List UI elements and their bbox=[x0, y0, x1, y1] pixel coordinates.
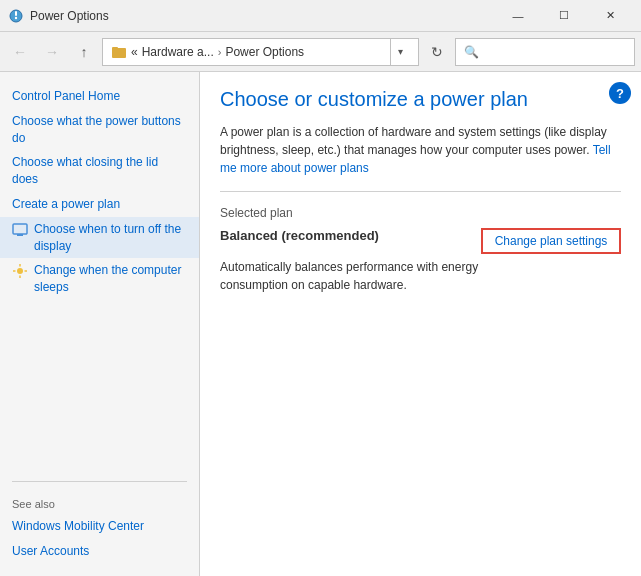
breadcrumb-sep: › bbox=[218, 46, 222, 58]
title-bar: Power Options — ☐ ✕ bbox=[0, 0, 641, 32]
svg-point-2 bbox=[15, 16, 17, 18]
refresh-button[interactable]: ↻ bbox=[423, 38, 451, 66]
close-button[interactable]: ✕ bbox=[587, 0, 633, 32]
selected-plan-label: Selected plan bbox=[220, 206, 621, 220]
sidebar-item-label: Choose when to turn off the display bbox=[34, 221, 187, 255]
sidebar-item-create-plan[interactable]: Create a power plan bbox=[0, 192, 199, 217]
up-button[interactable]: ↑ bbox=[70, 38, 98, 66]
sidebar-item-mobility-center[interactable]: Windows Mobility Center bbox=[0, 514, 199, 539]
sidebar-item-power-buttons[interactable]: Choose what the power buttons do bbox=[0, 109, 199, 151]
plan-row: Balanced (recommended) Change plan setti… bbox=[220, 228, 621, 254]
main-layout: Control Panel Home Choose what the power… bbox=[0, 72, 641, 576]
monitor-icon bbox=[12, 222, 28, 238]
sidebar-divider bbox=[12, 481, 187, 482]
maximize-button[interactable]: ☐ bbox=[541, 0, 587, 32]
sidebar-item-label: Control Panel Home bbox=[12, 88, 120, 105]
sidebar-item-label: User Accounts bbox=[12, 543, 89, 560]
svg-rect-4 bbox=[112, 47, 118, 50]
breadcrumb: « Hardware a... › Power Options bbox=[131, 45, 386, 59]
content-area: ? Choose or customize a power plan A pow… bbox=[200, 72, 641, 576]
folder-icon bbox=[111, 44, 127, 60]
back-button[interactable]: ← bbox=[6, 38, 34, 66]
svg-rect-5 bbox=[13, 224, 27, 234]
page-title: Choose or customize a power plan bbox=[220, 88, 621, 111]
sidebar-item-computer-sleeps[interactable]: Change when the computer sleeps bbox=[0, 258, 199, 300]
sidebar-item-label: Windows Mobility Center bbox=[12, 518, 144, 535]
sidebar-item-closing-lid[interactable]: Choose what closing the lid does bbox=[0, 150, 199, 192]
divider bbox=[220, 191, 621, 192]
window-title: Power Options bbox=[30, 9, 495, 23]
svg-point-7 bbox=[17, 268, 23, 274]
window-controls: — ☐ ✕ bbox=[495, 0, 633, 32]
forward-button[interactable]: → bbox=[38, 38, 66, 66]
sidebar: Control Panel Home Choose what the power… bbox=[0, 72, 200, 576]
see-also-label: See also bbox=[0, 490, 199, 514]
sidebar-item-label: Create a power plan bbox=[12, 196, 120, 213]
minimize-button[interactable]: — bbox=[495, 0, 541, 32]
plan-description: Automatically balances performance with … bbox=[220, 258, 520, 294]
address-dropdown[interactable]: ▾ bbox=[390, 38, 410, 66]
svg-rect-1 bbox=[15, 11, 17, 16]
change-plan-settings-button[interactable]: Change plan settings bbox=[481, 228, 621, 254]
search-input[interactable] bbox=[464, 45, 626, 59]
breadcrumb-prefix: « bbox=[131, 45, 138, 59]
sidebar-item-turn-off-display[interactable]: Choose when to turn off the display bbox=[0, 217, 199, 259]
breadcrumb-part1: Hardware a... bbox=[142, 45, 214, 59]
address-bar: ← → ↑ « Hardware a... › Power Options ▾ … bbox=[0, 32, 641, 72]
search-box[interactable] bbox=[455, 38, 635, 66]
sidebar-item-label: Choose what the power buttons do bbox=[12, 113, 187, 147]
description-text: A power plan is a collection of hardware… bbox=[220, 125, 607, 157]
breadcrumb-part2: Power Options bbox=[225, 45, 304, 59]
sidebar-item-label: Change when the computer sleeps bbox=[34, 262, 187, 296]
plan-name: Balanced (recommended) bbox=[220, 228, 379, 243]
sidebar-item-control-panel-home[interactable]: Control Panel Home bbox=[0, 84, 199, 109]
sun-icon bbox=[12, 263, 28, 279]
title-bar-icon bbox=[8, 8, 24, 24]
address-field[interactable]: « Hardware a... › Power Options ▾ bbox=[102, 38, 419, 66]
content-description: A power plan is a collection of hardware… bbox=[220, 123, 621, 177]
sidebar-item-label: Choose what closing the lid does bbox=[12, 154, 187, 188]
svg-rect-6 bbox=[17, 234, 23, 236]
help-button[interactable]: ? bbox=[609, 82, 631, 104]
sidebar-item-user-accounts[interactable]: User Accounts bbox=[0, 539, 199, 564]
